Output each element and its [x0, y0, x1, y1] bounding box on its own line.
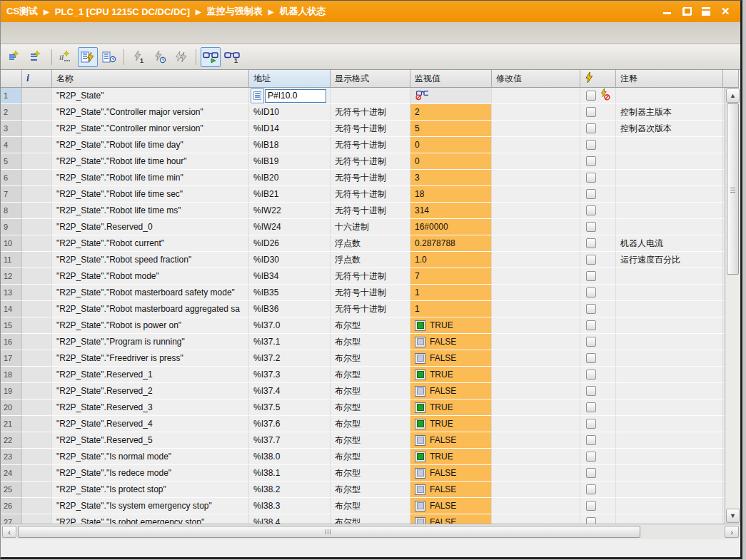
modify-value-cell[interactable] [492, 383, 580, 399]
comment-cell[interactable]: 运行速度百分比 [616, 252, 723, 268]
modify-value-cell[interactable] [492, 137, 580, 153]
format-cell[interactable]: 布尔型 [331, 465, 410, 482]
monitor-value-cell[interactable]: 314 [410, 203, 492, 219]
insert-comment-row-button[interactable]: il [56, 47, 76, 67]
address-cell[interactable]: %ID26 [249, 235, 331, 252]
monitor-value-cell[interactable]: FALSE [410, 465, 492, 482]
info-cell[interactable] [22, 350, 52, 367]
modify-value-cell[interactable] [492, 416, 580, 432]
address-cell[interactable]: %ID30 [249, 252, 331, 268]
modify-enable-checkbox[interactable] [586, 484, 596, 494]
name-cell[interactable]: "R2P_State".Reserved_3 [52, 399, 249, 416]
modify-enable-checkbox[interactable] [586, 91, 596, 101]
monitor-value-cell[interactable]: TRUE [410, 449, 492, 465]
name-column-header[interactable]: 名称 [52, 70, 249, 88]
name-cell[interactable]: "R2P_State" [52, 88, 249, 104]
comment-column-header[interactable]: 注释 [616, 70, 723, 88]
name-cell[interactable]: "R2P_State"."Is normal mode" [52, 449, 249, 465]
format-cell[interactable]: 布尔型 [331, 432, 410, 449]
monitor-value-cell[interactable]: FALSE [410, 432, 492, 449]
comment-cell[interactable] [616, 383, 723, 399]
info-cell[interactable] [22, 252, 52, 268]
info-cell[interactable] [22, 153, 52, 170]
name-cell[interactable]: "R2P_State"."Freedriver is press" [52, 350, 249, 367]
name-cell[interactable]: "R2P_State"."Robot life time day" [52, 137, 249, 153]
address-cell[interactable]: %IB18 [249, 137, 331, 153]
modify-enable-checkbox[interactable] [586, 222, 596, 232]
format-cell[interactable]: 无符号十进制 [331, 203, 410, 219]
info-cell[interactable] [22, 416, 52, 432]
modify-value-cell[interactable] [492, 301, 580, 317]
modify-enable-checkbox[interactable] [586, 320, 596, 330]
modify-value-cell[interactable] [492, 268, 580, 285]
comment-cell[interactable] [616, 416, 723, 432]
monitor-value-cell[interactable]: 5 [410, 121, 492, 137]
address-cell[interactable]: %I37.4 [249, 383, 331, 399]
format-cell[interactable]: 布尔型 [331, 416, 410, 432]
maximize-icon[interactable] [702, 7, 711, 16]
breadcrumb-item[interactable]: PLC_1 [CPU 1215C DC/DC/DC] [55, 6, 190, 17]
comment-cell[interactable] [616, 219, 723, 235]
modify-value-cell[interactable] [492, 465, 580, 482]
format-cell[interactable]: 布尔型 [331, 482, 410, 498]
name-cell[interactable]: "R2P_State"."Controller minor version" [52, 121, 249, 137]
name-cell[interactable]: "R2P_State"."Robot masterboard safety mo… [52, 285, 249, 301]
modify-enable-checkbox[interactable] [586, 452, 596, 462]
format-cell[interactable]: 布尔型 [331, 334, 410, 350]
format-cell[interactable]: 无符号十进制 [331, 186, 410, 203]
format-cell[interactable]: 无符号十进制 [331, 301, 410, 317]
info-cell[interactable] [22, 285, 52, 301]
monitor-value-cell[interactable]: 1.0 [410, 252, 492, 268]
monitor-value-cell[interactable]: 3 [410, 170, 492, 186]
modify-value-cell[interactable] [492, 170, 580, 186]
monitor-value-cell[interactable]: FALSE [410, 334, 492, 350]
format-cell[interactable]: 无符号十进制 [331, 170, 410, 186]
format-cell[interactable]: 无符号十进制 [331, 121, 410, 137]
address-cell[interactable]: %IB35 [249, 285, 331, 301]
monitor-value-cell[interactable]: 16#0000 [410, 219, 492, 235]
add-row-button[interactable] [27, 47, 47, 67]
address-cell[interactable]: %IB36 [249, 301, 331, 317]
modify-enable-checkbox[interactable] [586, 468, 596, 478]
modify-trigger-button[interactable] [150, 47, 170, 67]
modify-value-cell[interactable] [492, 219, 580, 235]
modify-value-cell[interactable] [492, 334, 580, 350]
monitor-value-cell[interactable]: FALSE [410, 498, 492, 514]
address-cell[interactable]: %I37.1 [249, 334, 331, 350]
format-cell[interactable]: 十六进制 [331, 219, 410, 235]
modify-enable-checkbox[interactable] [586, 107, 596, 117]
modify-value-cell[interactable] [492, 88, 580, 104]
monitor-value-cell[interactable]: FALSE [410, 383, 492, 399]
address-cell[interactable]: %IB20 [249, 170, 331, 186]
comment-cell[interactable] [616, 334, 723, 350]
monitor-value-cell[interactable]: TRUE [410, 317, 492, 334]
format-cell[interactable]: 布尔型 [331, 350, 410, 367]
address-cell[interactable]: %IB34 [249, 268, 331, 285]
format-cell[interactable]: 布尔型 [331, 367, 410, 383]
name-cell[interactable]: "R2P_State"."Robot is power on" [52, 317, 249, 334]
modify-enable-checkbox[interactable] [586, 370, 596, 380]
modify-enable-checkbox[interactable] [586, 435, 596, 445]
monitor-value-cell[interactable]: FALSE [410, 482, 492, 498]
modify-enable-checkbox[interactable] [586, 501, 596, 511]
address-cell[interactable]: %IW22 [249, 203, 331, 219]
format-cell[interactable]: 无符号十进制 [331, 104, 410, 121]
info-cell[interactable] [22, 219, 52, 235]
modify-enable-checkbox[interactable] [586, 205, 596, 215]
monitor-value-cell[interactable]: TRUE [410, 367, 492, 383]
name-cell[interactable]: "R2P_State".Reserved_4 [52, 416, 249, 432]
info-cell[interactable] [22, 498, 52, 514]
monitor-once-button[interactable] [99, 47, 119, 67]
comment-cell[interactable] [616, 88, 723, 104]
name-cell[interactable]: "R2P_State"."Program is running" [52, 334, 249, 350]
breadcrumb-item[interactable]: 机器人状态 [279, 5, 326, 18]
address-cell[interactable]: %I38.1 [249, 465, 331, 482]
vertical-scroll-thumb[interactable] [727, 103, 739, 275]
comment-cell[interactable]: 机器人电流 [616, 235, 723, 252]
info-cell[interactable] [22, 235, 52, 252]
scroll-down-icon[interactable]: ▼ [726, 509, 740, 523]
name-cell[interactable]: "R2P_State"."Robot life time min" [52, 170, 249, 186]
modify-value-cell[interactable] [492, 121, 580, 137]
comment-cell[interactable] [616, 432, 723, 449]
monitor-value-cell[interactable]: 1 [410, 301, 492, 317]
